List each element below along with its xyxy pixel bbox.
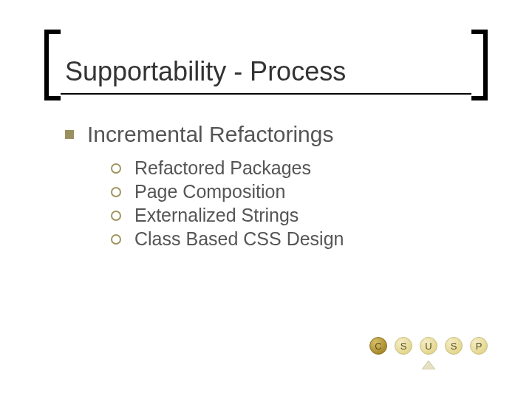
badge-c: C bbox=[369, 337, 387, 355]
list-item: Class Based CSS Design bbox=[111, 228, 488, 250]
list-item-label: Refactored Packages bbox=[134, 157, 311, 179]
list-item: Externalized Strings bbox=[111, 205, 488, 226]
slide: Supportability - Process Incremental Ref… bbox=[0, 0, 532, 399]
circle-bullet-icon bbox=[111, 211, 121, 221]
list-item-label: Externalized Strings bbox=[134, 205, 299, 226]
circle-bullet-icon bbox=[111, 163, 121, 174]
badge-p: P bbox=[470, 337, 488, 355]
svg-marker-0 bbox=[422, 361, 435, 369]
slide-title-block: Supportability - Process bbox=[44, 30, 488, 100]
badge-s2: S bbox=[445, 337, 463, 355]
list-item: Refactored Packages bbox=[111, 157, 488, 179]
square-bullet-icon bbox=[65, 130, 74, 139]
slide-title: Supportability - Process bbox=[65, 56, 467, 87]
badge-u: U bbox=[420, 337, 437, 355]
badge-row: C S U S P bbox=[369, 337, 488, 355]
pointer-arrow-icon bbox=[422, 361, 435, 369]
list-item-label: Page Composition bbox=[134, 181, 285, 202]
title-underline bbox=[61, 93, 471, 95]
bracket-left-icon bbox=[44, 30, 61, 100]
list-item: Page Composition bbox=[111, 181, 488, 202]
bullet-heading: Incremental Refactorings bbox=[87, 122, 334, 147]
slide-body: Incremental Refactorings Refactored Pack… bbox=[44, 122, 488, 252]
bullet-level1: Incremental Refactorings bbox=[65, 122, 488, 147]
bullet-level2-group: Refactored Packages Page Composition Ext… bbox=[111, 157, 488, 250]
circle-bullet-icon bbox=[111, 187, 121, 197]
circle-bullet-icon bbox=[111, 234, 121, 245]
badge-s: S bbox=[395, 337, 412, 355]
bracket-right-icon bbox=[471, 30, 488, 100]
list-item-label: Class Based CSS Design bbox=[134, 228, 344, 250]
